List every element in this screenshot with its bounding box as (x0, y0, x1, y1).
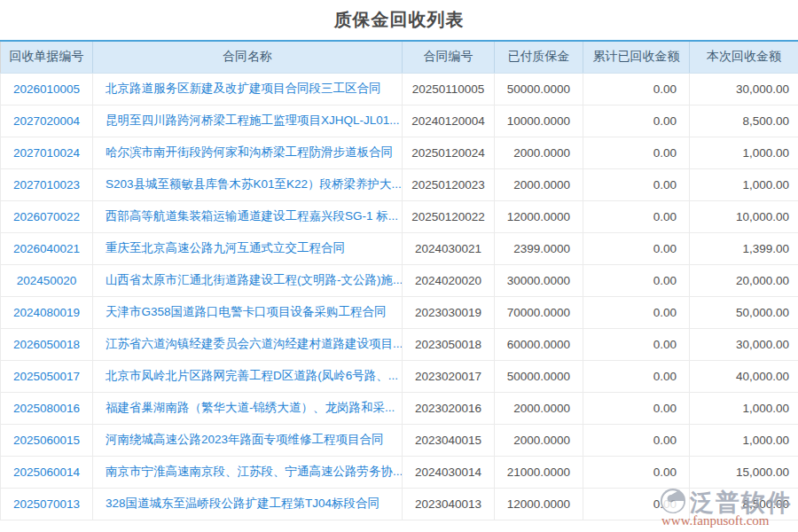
paid-amount-cell: 30000.0000 (495, 264, 583, 296)
contract-name-link-cell: 西部高等航道集装箱运输通道建设工程嘉兴段SG-1 标... (93, 200, 403, 232)
contract-no-cell: 2024030014 (403, 456, 495, 488)
doc-no-link[interactable]: 2025060015 (13, 434, 80, 447)
contract-name-link-cell: 江苏省六道沟镇经建委员会六道沟经建村道路建设项目... (93, 328, 403, 360)
contract-no-cell: 20250120023 (403, 168, 495, 200)
doc-no-link[interactable]: 2026050018 (13, 338, 80, 351)
contract-no-cell: 2023030019 (403, 296, 495, 328)
recovered-total-cell: 0.00 (583, 456, 690, 488)
doc-no-link-cell: 2027020004 (1, 105, 93, 137)
contract-name-link-cell: 南京市宁淮高速南京段、江苏段、宁通高速公路劳务协... (93, 456, 403, 488)
recovered-total-cell: 0.00 (583, 264, 690, 296)
contract-name-link[interactable]: 南京市宁淮高速南京段、江苏段、宁通高速公路劳务协... (106, 465, 403, 478)
recovered-now-cell: 8,500.00 (690, 488, 798, 520)
col-header-contract-no: 合同编号 (403, 41, 495, 73)
doc-no-link-cell: 2026010005 (1, 73, 93, 105)
contract-no-cell: 20250120024 (403, 137, 495, 168)
contract-name-link-cell: 328国道城东至温峤段公路扩建工程第TJ04标段合同 (93, 488, 403, 520)
doc-no-link[interactable]: 2026010005 (13, 82, 80, 96)
doc-no-link-cell: 2026070022 (1, 200, 93, 232)
doc-no-link[interactable]: 2025050017 (13, 370, 80, 383)
table-row: 2026070022西部高等航道集装箱运输通道建设工程嘉兴段SG-1 标...2… (1, 200, 798, 232)
contract-name-link[interactable]: S203县城至额敏县库鲁木苏K01至K22）段桥梁养护大... (106, 177, 402, 191)
contract-no-cell: 20250120022 (403, 200, 495, 232)
contract-name-link[interactable]: 江苏省六道沟镇经建委员会六道沟经建村道路建设项目... (106, 337, 403, 350)
paid-amount-cell: 12000.0000 (495, 488, 583, 520)
table-row: 2025080016福建省巢湖南路（繁华大道-锦绣大道）、龙岗路和采...202… (1, 392, 798, 424)
doc-no-link-cell: 202450020 (1, 264, 93, 296)
table-row: 2025050017北京市凤岭北片区路网完善工程D区道路(凤岭6号路、...20… (1, 360, 798, 392)
paid-amount-cell: 12000.0000 (495, 200, 583, 232)
recovered-total-cell: 0.00 (583, 296, 690, 328)
doc-no-link[interactable]: 2025060014 (13, 466, 80, 479)
doc-no-link-cell: 2026040021 (1, 232, 93, 264)
doc-no-link[interactable]: 2027010023 (13, 178, 80, 192)
recovery-table: 回收单据编号 合同名称 合同编号 已付质保金 累计已回收金额 本次回收金额 20… (0, 40, 798, 520)
table-row: 2024080019天津市G358国道路口电警卡口项目设备采购工程合同20230… (1, 296, 798, 328)
contract-name-link[interactable]: 哈尔滨市南开街段跨何家和沟桥梁工程防滑步道板合同 (106, 145, 393, 159)
contract-name-link[interactable]: 福建省巢湖南路（繁华大道-锦绣大道）、龙岗路和采... (106, 401, 395, 414)
contract-name-link-cell: 河南绕城高速公路2023年路面专项维修工程项目合同 (93, 424, 403, 456)
doc-no-link[interactable]: 2025070013 (13, 497, 80, 511)
contract-name-link[interactable]: 山西省太原市汇通北街道路建设工程(文明路-文公路)施... (106, 273, 403, 286)
doc-no-link-cell: 2025050017 (1, 360, 93, 392)
paid-amount-cell: 50000.0000 (495, 360, 583, 392)
recovered-now-cell: 10,000.00 (690, 200, 798, 232)
contract-name-link[interactable]: 河南绕城高速公路2023年路面专项维修工程项目合同 (106, 433, 384, 446)
paid-amount-cell: 2000.0000 (495, 168, 583, 200)
recovered-total-cell: 0.00 (583, 168, 690, 200)
table-row: 2026040021重庆至北京高速公路九河互通式立交工程合同2024030021… (1, 232, 798, 264)
contract-name-link-cell: S203县城至额敏县库鲁木苏K01至K22）段桥梁养护大... (93, 168, 403, 200)
doc-no-link-cell: 2026050018 (1, 328, 93, 360)
table-row: 202450020山西省太原市汇通北街道路建设工程(文明路-文公路)施...20… (1, 264, 798, 296)
contract-no-cell: 2023020016 (403, 392, 495, 424)
doc-no-link[interactable]: 2026070022 (13, 210, 80, 223)
recovered-now-cell: 50,000.00 (690, 296, 798, 328)
doc-no-link[interactable]: 202450020 (17, 274, 77, 287)
table-header-row: 回收单据编号 合同名称 合同编号 已付质保金 累计已回收金额 本次回收金额 (1, 41, 798, 73)
table-row: 2025060014南京市宁淮高速南京段、江苏段、宁通高速公路劳务协...202… (1, 456, 798, 488)
doc-no-link[interactable]: 2025080016 (13, 402, 80, 415)
recovered-total-cell: 0.00 (583, 424, 690, 456)
doc-no-link-cell: 2025060015 (1, 424, 93, 456)
table-row: 2026010005北京路道服务区新建及改扩建项目合同段三工区合同2025011… (1, 73, 798, 105)
paid-amount-cell: 2000.0000 (495, 392, 583, 424)
table-body: 2026010005北京路道服务区新建及改扩建项目合同段三工区合同2025011… (1, 73, 798, 520)
recovered-total-cell: 0.00 (583, 488, 690, 520)
contract-no-cell: 2023020017 (403, 360, 495, 392)
recovered-now-cell: 1,000.00 (690, 137, 798, 168)
contract-name-link[interactable]: 天津市G358国道路口电警卡口项目设备采购工程合同 (106, 305, 387, 318)
contract-name-link[interactable]: 北京市凤岭北片区路网完善工程D区道路(凤岭6号路、... (106, 369, 398, 382)
recovered-total-cell: 0.00 (583, 328, 690, 360)
contract-name-link-cell: 福建省巢湖南路（繁华大道-锦绣大道）、龙岗路和采... (93, 392, 403, 424)
doc-no-link-cell: 2027010024 (1, 137, 93, 168)
recovered-now-cell: 20,000.00 (690, 264, 798, 296)
contract-name-link-cell: 天津市G358国道路口电警卡口项目设备采购工程合同 (93, 296, 403, 328)
contract-name-link[interactable]: 北京路道服务区新建及改扩建项目合同段三工区合同 (106, 82, 381, 95)
paid-amount-cell: 2399.0000 (495, 232, 583, 264)
contract-name-link-cell: 重庆至北京高速公路九河互通式立交工程合同 (93, 232, 403, 264)
recovered-total-cell: 0.00 (583, 232, 690, 264)
doc-no-link-cell: 2025060014 (1, 456, 93, 488)
recovered-total-cell: 0.00 (583, 392, 690, 424)
contract-name-link[interactable]: 西部高等航道集装箱运输通道建设工程嘉兴段SG-1 标... (106, 209, 398, 223)
recovered-total-cell: 0.00 (583, 360, 690, 392)
col-header-contract-name: 合同名称 (93, 41, 403, 73)
contract-no-cell: 2023040013 (403, 488, 495, 520)
doc-no-link[interactable]: 2027020004 (13, 114, 80, 128)
recovered-total-cell: 0.00 (583, 73, 690, 105)
contract-name-link[interactable]: 328国道城东至温峤段公路扩建工程第TJ04标段合同 (106, 497, 379, 510)
contract-name-link-cell: 北京市凤岭北片区路网完善工程D区道路(凤岭6号路、... (93, 360, 403, 392)
recovered-now-cell: 1,000.00 (690, 168, 798, 200)
doc-no-link[interactable]: 2026040021 (13, 242, 80, 255)
contract-name-link-cell: 北京路道服务区新建及改扩建项目合同段三工区合同 (93, 73, 403, 105)
doc-no-link-cell: 2027010023 (1, 168, 93, 200)
paid-amount-cell: 10000.0000 (495, 105, 583, 137)
recovered-now-cell: 1,399.00 (690, 232, 798, 264)
paid-amount-cell: 50000.0000 (495, 73, 583, 105)
contract-name-link[interactable]: 重庆至北京高速公路九河互通式立交工程合同 (106, 241, 345, 254)
doc-no-link[interactable]: 2024080019 (13, 306, 80, 319)
page: 质保金回收列表 回收单据编号 合同名称 合同编号 已付质保金 累计已回收金额 本… (0, 0, 798, 520)
table-row: 2025060015河南绕城高速公路2023年路面专项维修工程项目合同20230… (1, 424, 798, 456)
contract-name-link[interactable]: 昆明至四川路跨河桥梁工程施工监理项目XJHQL-JL01... (106, 113, 400, 127)
doc-no-link[interactable]: 2027010024 (13, 146, 80, 160)
